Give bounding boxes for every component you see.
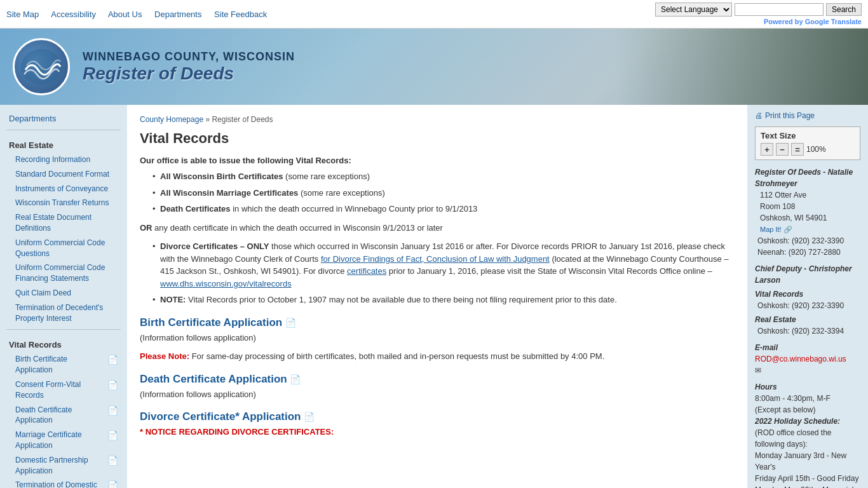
divorce-cert-notice: * NOTICE REGARDING DIVORCE CERTIFICATES: [140, 426, 735, 438]
divorce-note-list: Divorce Certificates – ONLY those which … [153, 240, 735, 306]
bullet-divorce-rest3: prior to January 1, 2016, please visit t… [389, 266, 712, 276]
sidebar-item-marriage-cert[interactable]: Marriage Certificate Application 📄 [0, 428, 127, 453]
sidebar-item-ucc-questions[interactable]: Uniform Commercial Code Questions [0, 236, 127, 261]
bullet-note: NOTE: Vital Records prior to October 1, … [153, 294, 735, 306]
divorce-cert-heading-link[interactable]: Divorce Certificate* Application [140, 410, 301, 423]
departments-sidebar-link[interactable]: Departments [0, 111, 127, 126]
bullet-death-cert-rest: in which the death occurred in Winnebago… [231, 204, 478, 214]
breadcrumb-home[interactable]: County Homepage [140, 115, 203, 124]
breadcrumb-sep: » [205, 115, 210, 124]
sidebar-item-ucc-financing[interactable]: Uniform Commercial Code Financing Statem… [0, 261, 127, 286]
county-name: WINNEBAGO COUNTY, WISCONSIN [83, 50, 295, 64]
intro-text: Our office is able to issue the followin… [140, 156, 735, 165]
sidebar-item-re-doc-def[interactable]: Real Estate Document Definitions [0, 210, 127, 236]
breadcrumb: County Homepage » Register of Deeds [140, 115, 735, 124]
text-size-increase[interactable]: + [761, 143, 773, 156]
birth-cert-subtext: (Information follows application) [140, 332, 735, 344]
phone2-row: Neenah: (920) 727-2880 [757, 247, 860, 258]
language-select[interactable]: Select Language [655, 3, 732, 17]
sidebar-item-wi-transfer[interactable]: Wisconsin Transfer Returns [0, 196, 127, 210]
bullet-marriage-cert-bold: All Wisconsin Marriage Certificates [160, 188, 298, 198]
top-nav-right: Select Language Search Powered by Google… [655, 3, 862, 25]
certificates-link[interactable]: certificates [347, 266, 386, 276]
search-button[interactable]: Search [826, 3, 862, 16]
hours-label: Hours [755, 383, 777, 391]
about-us-link[interactable]: About Us [108, 10, 142, 19]
map-it-link[interactable]: Map It! 🔗 [760, 226, 792, 233]
or-para: OR any death certificate in which the de… [140, 222, 735, 234]
departments-link[interactable]: Departments [154, 10, 201, 19]
page-title: Vital Records [140, 130, 735, 147]
print-link[interactable]: 🖨 Print this Page [755, 111, 860, 120]
death-cert-heading-link[interactable]: Death Certificate Application [140, 373, 287, 385]
email-label: E-mail [755, 343, 778, 352]
sidebar-item-domestic-partnership[interactable]: Domestic Partnership Application 📄 [0, 453, 127, 478]
text-size-box: Text Size + − = 100% [755, 126, 860, 160]
text-size-reset[interactable]: = [791, 143, 804, 156]
re-city: Oshkosh: [757, 327, 790, 336]
addr3: Oshkosh, WI 54901 [760, 212, 860, 224]
death-cert-heading: Death Certificate Application 📄 [140, 373, 735, 386]
sidebar-item-death-cert[interactable]: Death Certificate Application 📄 [0, 403, 127, 428]
site-map-link[interactable]: Site Map [6, 10, 39, 19]
text-size-label: Text Size [761, 131, 855, 140]
powered-by: Powered by Google Translate [764, 18, 862, 25]
sidebar-item-termination-domestic[interactable]: Termination of Domestic Partnership Appl… [0, 478, 127, 488]
text-size-decrease[interactable]: − [776, 143, 789, 156]
search-input[interactable] [735, 3, 824, 16]
consent-form-pdf-icon: 📄 [107, 379, 118, 392]
dept-name: Register of Deeds [83, 64, 295, 84]
please-note-label: Please Note: [140, 351, 189, 361]
sidebar-item-birth-cert[interactable]: Birth Certificate Application 📄 [0, 352, 127, 377]
sidebar-item-quit-claim[interactable]: Quit Claim Deed [0, 286, 127, 301]
vital-records-section-header: Vital Records [0, 334, 127, 352]
sidebar-item-recording-info[interactable]: Recording Information [0, 152, 127, 167]
birth-cert-heading-link[interactable]: Birth Certificate Application [140, 316, 282, 329]
holiday2: Friday April 15th - Good Friday [755, 473, 860, 484]
birth-cert-pdf-inline: 📄 [285, 318, 296, 328]
birth-cert-heading: Birth Certificate Application 📄 [140, 316, 735, 329]
top-nav: Site Map Accessibility About Us Departme… [0, 0, 868, 29]
bullet-divorce: Divorce Certificates – ONLY those which … [153, 240, 735, 290]
text-size-controls: + − = 100% [761, 143, 855, 156]
logo-circle [13, 38, 70, 95]
re-num: (920) 232-3394 [792, 327, 844, 336]
email-link[interactable]: ROD@co.winnebago.wi.us [755, 355, 846, 363]
vital-records-list: All Wisconsin Birth Certificates (some r… [153, 170, 735, 215]
note-bold: NOTE: [160, 295, 186, 304]
phone1-city: Oshkosh: [757, 236, 790, 245]
dhs-link[interactable]: www.dhs.wisconsin.gov/vitalrecords [160, 279, 292, 288]
death-cert-pdf-icon: 📄 [107, 405, 118, 417]
translate-label: Translate [831, 18, 862, 25]
divider1 [6, 130, 121, 130]
bg-grass [614, 29, 868, 105]
or-text: OR [140, 223, 153, 233]
domestic-partnership-pdf-icon: 📄 [107, 455, 118, 468]
sidebar-item-termination-decedent[interactable]: Termination of Decedent's Property Inter… [0, 301, 127, 326]
site-feedback-link[interactable]: Site Feedback [214, 10, 267, 19]
birth-cert-note: Please Note: For same-day processing of … [140, 350, 735, 363]
birth-cert-pdf-icon: 📄 [107, 354, 118, 367]
officer-info: Register Of Deeds - Natalie Strohmeyer 1… [755, 166, 860, 258]
sidebar-item-instruments[interactable]: Instruments of Conveyance [0, 182, 127, 196]
or-rest: any death certificate in which the death… [153, 223, 443, 233]
except-text: (Except as below) [755, 404, 860, 416]
logo-wave-svg [19, 48, 64, 86]
holiday-label: 2022 Holiday Schedule: [755, 416, 860, 427]
deputy-info: Chief Deputy - Christopher Larson Vital … [755, 263, 860, 337]
sidebar-item-standard-doc[interactable]: Standard Document Format [0, 167, 127, 182]
right-sidebar: 🖨 Print this Page Text Size + − = 100% R… [747, 105, 868, 488]
phone1-row: Oshkosh: (920) 232-3390 [757, 235, 860, 247]
sidebar-item-consent-form[interactable]: Consent Form-Vital Records 📄 [0, 377, 127, 403]
bullet-birth-cert-rest: (some rare exceptions) [283, 172, 370, 181]
print-label: Print this Page [765, 111, 815, 120]
accessibility-link[interactable]: Accessibility [51, 10, 96, 19]
bullet-birth-cert: All Wisconsin Birth Certificates (some r… [153, 170, 735, 183]
note-rest: Vital Records prior to October 1, 1907 m… [188, 295, 617, 304]
addr1: 112 Otter Ave [760, 189, 860, 201]
divorce-clerk-link[interactable]: for Divorce Findings of Fact, Conclusion… [321, 254, 550, 264]
email-info: E-mail ROD@co.winnebago.wi.us ✉ [755, 342, 860, 376]
left-sidebar: Departments Real Estate Recording Inform… [0, 105, 127, 488]
addr2: Room 108 [760, 201, 860, 212]
bullet-death-cert: Death Certificates in which the death oc… [153, 203, 735, 215]
